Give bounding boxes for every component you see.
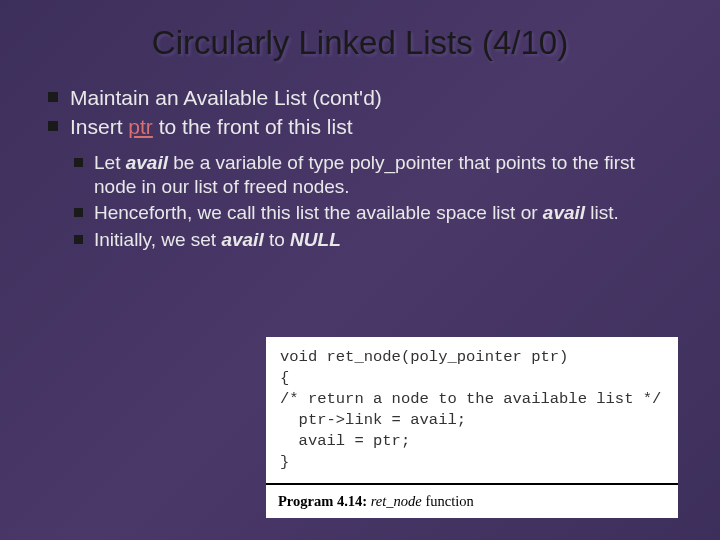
slide-title: Circularly Linked Lists (4/10) xyxy=(40,24,680,62)
null-word: NULL xyxy=(290,229,341,250)
text: be a variable of type poly_pointer that … xyxy=(94,152,635,197)
text: list. xyxy=(585,202,619,223)
sub-bullet-avail-var: Let avail be a variable of type poly_poi… xyxy=(74,151,680,200)
sub-bullet-henceforth: Henceforth, we call this list the availa… xyxy=(74,201,680,225)
code-line: } xyxy=(280,453,289,471)
bullet-insert: Insert ptr to the front of this list xyxy=(48,113,680,140)
code-block: void ret_node(poly_pointer ptr) { /* ret… xyxy=(266,337,678,485)
avail-word: avail xyxy=(543,202,585,223)
code-figure: void ret_node(poly_pointer ptr) { /* ret… xyxy=(266,337,678,518)
program-label: Program 4.14: xyxy=(278,493,367,509)
code-line: /* return a node to the available list *… xyxy=(280,390,661,408)
code-line: { xyxy=(280,369,289,387)
avail-word: avail xyxy=(126,152,168,173)
sub-bullet-list: Let avail be a variable of type poly_poi… xyxy=(40,151,680,252)
code-line: avail = ptr; xyxy=(280,432,410,450)
text: to xyxy=(264,229,290,250)
code-line: void ret_node(poly_pointer ptr) xyxy=(280,348,568,366)
text: Let xyxy=(94,152,126,173)
sub-bullet-initially: Initially, we set avail to NULL xyxy=(74,228,680,252)
caption-rest: function xyxy=(422,493,474,509)
avail-word: avail xyxy=(221,229,263,250)
bullet-text-post: to the front of this list xyxy=(153,115,353,138)
bullet-text: Maintain an Available List (cont'd) xyxy=(70,86,382,109)
ptr-text: ptr xyxy=(128,115,153,138)
text: Henceforth, we call this list the availa… xyxy=(94,202,543,223)
main-bullet-list: Maintain an Available List (cont'd) Inse… xyxy=(40,84,680,141)
code-line: ptr->link = avail; xyxy=(280,411,466,429)
bullet-text-pre: Insert xyxy=(70,115,128,138)
text: Initially, we set xyxy=(94,229,221,250)
code-caption: Program 4.14: ret_node function xyxy=(266,485,678,518)
bullet-maintain: Maintain an Available List (cont'd) xyxy=(48,84,680,111)
function-name: ret_node xyxy=(371,493,422,509)
slide: Circularly Linked Lists (4/10) Maintain … xyxy=(0,0,720,274)
